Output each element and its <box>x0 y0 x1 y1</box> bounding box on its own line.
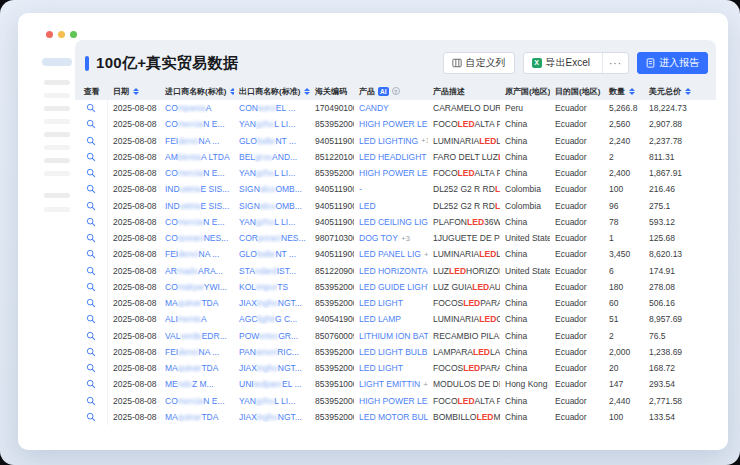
product-cell[interactable]: CANDY <box>354 103 428 113</box>
exporter-cell[interactable]: STAndard IST... <box>234 266 310 276</box>
importer-cell[interactable]: INDustria E SIS... <box>160 201 234 211</box>
importer-cell[interactable]: INDustria E SIS... <box>160 184 234 194</box>
product-cell[interactable]: HIGH POWER LED F <box>354 119 428 129</box>
importer-cell[interactable]: COmercia N E... <box>160 168 234 178</box>
importer-cell[interactable]: COrporaci NES... <box>160 233 234 243</box>
view-button[interactable] <box>75 214 108 230</box>
importer-cell[interactable]: COmskyw YWI... <box>160 282 234 292</box>
product-cell[interactable]: LED HEADLIGHT <box>354 152 428 162</box>
view-button[interactable] <box>75 263 108 279</box>
exporter-cell[interactable]: SIGNalco OMB... <box>234 184 310 194</box>
origin-cell: Peru <box>500 103 550 113</box>
product-cell[interactable]: HIGH POWER LED F <box>354 168 428 178</box>
column-header-usd-total[interactable]: 美元总价 <box>644 86 716 97</box>
product-cell[interactable]: LIGHT EMITTIN+1 <box>354 379 428 389</box>
product-cell[interactable]: LED GUIDE LIGHT T <box>354 282 428 292</box>
importer-cell[interactable]: MEndo Z M... <box>160 379 234 389</box>
product-cell[interactable]: LED LIGHT BULB <box>354 347 428 357</box>
exporter-cell[interactable]: YANgzho L LI... <box>234 217 310 227</box>
view-button[interactable] <box>75 376 108 392</box>
exporter-cell[interactable]: PANameri RIC... <box>234 347 310 357</box>
importer-cell[interactable]: FEIdenci NA ... <box>160 249 234 259</box>
company-name-redacted: tedparc <box>254 379 282 389</box>
product-cell[interactable]: LED LIGHT <box>354 363 428 373</box>
product-cell[interactable]: LED PANEL LIG+1 <box>354 249 428 259</box>
enter-report-button[interactable]: 进入报告 <box>637 52 708 74</box>
product-cell[interactable]: LED HORIZONTAL L <box>354 266 428 276</box>
importer-cell[interactable]: COmpania A <box>160 103 234 113</box>
view-button[interactable] <box>75 116 108 132</box>
exporter-cell[interactable]: JIAXingho NGT... <box>234 363 310 373</box>
view-button[interactable] <box>75 165 108 181</box>
exporter-cell[interactable]: POWertec GR... <box>234 331 310 341</box>
view-button[interactable] <box>75 100 108 116</box>
exporter-cell[interactable]: YANgzho L LI... <box>234 396 310 406</box>
product-cell[interactable]: LED MOTOR BULB <box>354 412 428 422</box>
importer-cell[interactable]: FEIdenci NA ... <box>160 347 234 357</box>
info-circle-icon[interactable]: ? <box>392 87 400 95</box>
product-cell[interactable]: LITHIUM ION BATTE <box>354 331 428 341</box>
product-cell[interactable]: HIGH POWER LED F <box>354 396 428 406</box>
zoom-button[interactable] <box>70 31 77 38</box>
view-button[interactable] <box>75 133 108 149</box>
customize-columns-button[interactable]: 自定义列 <box>443 52 515 74</box>
sort-icon[interactable] <box>685 88 691 95</box>
product-cell[interactable]: DOG TOY+3 <box>354 233 428 243</box>
importer-cell[interactable]: AMbienta A LTDA <box>160 152 234 162</box>
exporter-cell[interactable]: AGClighti G C... <box>234 314 310 324</box>
exporter-cell[interactable]: CONsorci EL ... <box>234 103 310 113</box>
column-header-quantity[interactable]: 数量 <box>604 86 644 97</box>
minimize-button[interactable] <box>58 31 65 38</box>
importer-cell[interactable]: ARmado ARA... <box>160 266 234 276</box>
importer-cell[interactable]: MAquinar TDA <box>160 363 234 373</box>
sort-icon[interactable] <box>133 88 139 95</box>
sort-icon[interactable] <box>629 88 635 95</box>
importer-cell[interactable]: FEIdenci NA ... <box>160 136 234 146</box>
column-header-exporter[interactable]: 出口商名称(标准) <box>234 86 310 97</box>
view-button[interactable] <box>75 311 108 327</box>
product-cell[interactable]: LED LAMP <box>354 314 428 324</box>
importer-cell[interactable]: ALIments A <box>160 314 234 324</box>
view-button[interactable] <box>75 409 108 425</box>
view-button[interactable] <box>75 360 108 376</box>
product-cell[interactable]: LED LIGHTING+1 <box>354 136 428 146</box>
product-cell[interactable]: LED <box>354 201 428 211</box>
importer-cell[interactable]: COmercia N E... <box>160 217 234 227</box>
importer-cell[interactable]: COmercia N E... <box>160 396 234 406</box>
product-cell[interactable]: - <box>354 184 428 194</box>
exporter-cell[interactable]: UNItedparc EL ... <box>234 379 310 389</box>
view-button[interactable] <box>75 181 108 197</box>
export-more-button[interactable]: ··· <box>602 53 628 73</box>
description-cell: 1JUGUETE DE PERR <box>428 233 500 243</box>
view-button[interactable] <box>75 149 108 165</box>
exporter-cell[interactable]: KOLimpor TS <box>234 282 310 292</box>
exporter-cell[interactable]: GLObalte NT ... <box>234 249 310 259</box>
column-header-importer[interactable]: 进口商名称(标准) <box>160 86 234 97</box>
view-button[interactable] <box>75 393 108 409</box>
product-cell[interactable]: LED CEILING LIGHT <box>354 217 428 227</box>
exporter-cell[interactable]: JIAXingho NGT... <box>234 298 310 308</box>
exporter-cell[interactable]: YANgzho L LI... <box>234 119 310 129</box>
view-button[interactable] <box>75 328 108 344</box>
exporter-cell[interactable]: YANgzho L LI... <box>234 168 310 178</box>
importer-cell[interactable]: MAquinar TDA <box>160 298 234 308</box>
exporter-cell[interactable]: BELgrou AND... <box>234 152 310 162</box>
view-button[interactable] <box>75 295 108 311</box>
exporter-cell[interactable]: GLObalte NT ... <box>234 136 310 146</box>
view-button[interactable] <box>75 230 108 246</box>
importer-cell[interactable]: COmercia N E... <box>160 119 234 129</box>
company-name-redacted: ameri <box>256 347 277 357</box>
description-text: DL252 G2 R RD <box>433 201 495 211</box>
exporter-cell[interactable]: SIGNalco OMB... <box>234 201 310 211</box>
view-button[interactable] <box>75 279 108 295</box>
importer-cell[interactable]: MAquinar TDA <box>160 412 234 422</box>
export-excel-button[interactable]: X 导出Excel <box>524 53 598 73</box>
exporter-cell[interactable]: JIAXingho NGT... <box>234 412 310 422</box>
view-button[interactable] <box>75 246 108 262</box>
product-cell[interactable]: LED LIGHT <box>354 298 428 308</box>
importer-cell[interactable]: VALverde EDR... <box>160 331 234 341</box>
view-button[interactable] <box>75 198 108 214</box>
exporter-cell[interactable]: CORporaci NES... <box>234 233 310 243</box>
column-header-date[interactable]: 日期 <box>108 86 160 97</box>
view-button[interactable] <box>75 344 108 360</box>
